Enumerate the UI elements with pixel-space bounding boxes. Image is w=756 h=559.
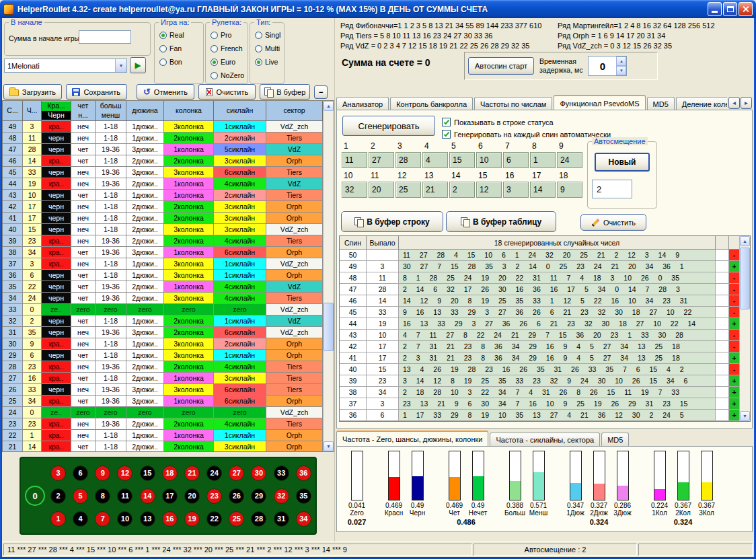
board-number[interactable]: 27	[229, 465, 244, 481]
freq-tab-1[interactable]: Частота - Zero, шансы, дюжины, колонки	[336, 431, 488, 446]
load-button[interactable]: Загрузить	[3, 84, 62, 100]
radio-bon[interactable]: Bon	[155, 55, 203, 69]
profile-combobox[interactable]: 1Melonati ▼	[4, 59, 127, 73]
scroll-down-icon[interactable]: ▼	[740, 411, 750, 421]
board-number[interactable]: 19	[184, 511, 200, 527]
delay-spinner[interactable]: 0 ▲ ▼	[588, 56, 627, 76]
tab-5[interactable]: MD5	[647, 97, 675, 110]
board-number[interactable]: 13	[140, 511, 155, 527]
board-number[interactable]: 6	[73, 465, 88, 481]
tab-6[interactable]: Деление колеса на	[676, 97, 727, 110]
board-number[interactable]: 2	[50, 488, 66, 504]
undo-button[interactable]: ↺Отменить	[137, 84, 195, 100]
bar-outline	[570, 451, 582, 500]
board-number[interactable]: 4	[73, 511, 88, 527]
autoshift-value-input[interactable]	[592, 180, 632, 198]
scrollbar-thumb[interactable]	[740, 248, 750, 309]
radio-french[interactable]: French	[206, 42, 248, 55]
radio-multi[interactable]: Multi	[250, 42, 284, 55]
board-number[interactable]: 23	[206, 488, 222, 504]
generate-each-spin-checkbox[interactable]: Генерировать на каждый спин автоматическ…	[442, 130, 611, 139]
board-number[interactable]: 35	[296, 488, 311, 504]
close-button[interactable]	[739, 2, 753, 16]
spins-scrollbar[interactable]: ▲ ▼	[739, 236, 750, 421]
spins-header: Спин Выпало 18 сгенерированных случайных…	[340, 236, 750, 250]
generated-numbers-cell: 11 27 28 4 15 10 6 1 24 32 20 25 21 2 12…	[399, 250, 716, 261]
tab-4[interactable]: Функционал PsevdoMS	[554, 95, 645, 110]
radio-pro[interactable]: Pro	[206, 28, 248, 42]
freq-tab-2[interactable]: Частота - сиклайны, сектора	[490, 433, 600, 446]
history-row: 309кра..неч1-181дюжи..3колонка2сиклайнOr…	[3, 338, 323, 350]
radio-euro[interactable]: Euro	[206, 55, 248, 69]
board-number[interactable]: 28	[251, 511, 266, 527]
board-number[interactable]: 9	[95, 465, 110, 481]
board-number[interactable]: 16	[162, 511, 178, 527]
radio-real[interactable]: Real	[155, 28, 203, 42]
board-number[interactable]: 8	[95, 488, 110, 504]
chevron-down-icon[interactable]: ▼	[115, 59, 126, 72]
history-scrollbar[interactable]: ▲ ▼	[323, 101, 334, 451]
clear-generated-button[interactable]: Очистить	[580, 214, 646, 231]
board-number[interactable]: 29	[251, 488, 266, 504]
board-number[interactable]: 10	[117, 511, 133, 527]
board-number[interactable]: 3	[50, 465, 66, 481]
board-number[interactable]: 24	[206, 465, 222, 481]
tab-scroll-left-icon[interactable]: ◄	[728, 97, 740, 109]
copy-row-button[interactable]: В буфер строку	[341, 211, 443, 232]
tab-1[interactable]: Анализатор	[336, 97, 389, 110]
collapse-button[interactable]: −	[314, 85, 328, 99]
start-sum-input[interactable]	[79, 30, 131, 44]
board-number[interactable]: 31	[274, 511, 289, 527]
orph-series: Ряд Orph = 1 6 9 14 17 20 31 34	[558, 31, 715, 41]
board-number[interactable]: 20	[184, 488, 200, 504]
board-number[interactable]: 15	[140, 465, 155, 481]
radio-fan[interactable]: Fan	[155, 42, 203, 55]
board-number[interactable]: 26	[229, 488, 244, 504]
board-number[interactable]: 25	[229, 511, 244, 527]
new-button[interactable]: Новый	[595, 153, 650, 172]
board-number[interactable]: 5	[73, 488, 88, 504]
save-button[interactable]: Сохранить	[66, 84, 127, 100]
board-number[interactable]: 21	[184, 465, 200, 481]
board-number[interactable]: 34	[296, 511, 311, 527]
copy-table-button[interactable]: В буфер таблицу	[446, 211, 556, 232]
radio-live[interactable]: Live	[250, 55, 284, 69]
board-number[interactable]: 32	[274, 488, 289, 504]
tab-3[interactable]: Частоты по числам	[474, 97, 552, 110]
freq-tab-3[interactable]: MD5	[601, 433, 629, 446]
board-number[interactable]: 36	[296, 465, 311, 481]
board-number[interactable]: 18	[162, 465, 178, 481]
spinner-down-icon[interactable]: ▼	[616, 66, 626, 75]
scroll-up-icon[interactable]: ▲	[740, 236, 750, 246]
sixline-cell: 2сиклайн	[214, 133, 266, 144]
spin-row: 461414 12 9 20 8 19 25 35 33 1 12 5 22 1…	[340, 295, 740, 307]
board-zero[interactable]: 0	[25, 486, 45, 506]
play-button[interactable]: ▶	[130, 57, 146, 73]
radio-singl[interactable]: Singl	[250, 28, 284, 42]
board-number[interactable]: 17	[162, 488, 178, 504]
clear-button[interactable]: Очистить	[198, 84, 256, 100]
board-number[interactable]: 12	[117, 465, 133, 481]
show-in-status-checkbox[interactable]: Показывать в строке статуса	[442, 118, 554, 126]
copy-to-buffer-button[interactable]: В буфер	[260, 84, 310, 100]
board-number[interactable]: 11	[117, 488, 133, 504]
spinner-up-icon[interactable]: ▲	[616, 57, 626, 66]
scrollbar-thumb[interactable]	[324, 303, 334, 351]
board-number[interactable]: 30	[251, 465, 266, 481]
tab-scroll-right-icon[interactable]: ►	[741, 97, 752, 109]
scroll-down-icon[interactable]: ▼	[324, 441, 334, 451]
maximize-button[interactable]	[723, 2, 737, 16]
minimize-button[interactable]	[708, 2, 722, 16]
autospin-button[interactable]: Автоспин старт	[468, 57, 534, 75]
board-number[interactable]: 1	[50, 511, 66, 527]
board-number[interactable]: 7	[95, 511, 110, 527]
board-number[interactable]: 33	[274, 465, 289, 481]
number-cell: 33	[23, 167, 42, 178]
board-number[interactable]: 14	[140, 488, 155, 504]
generate-button[interactable]: Сгенерировать	[342, 116, 435, 136]
scroll-up-icon[interactable]: ▲	[324, 101, 334, 111]
radio-nozero[interactable]: NoZero	[206, 69, 248, 82]
board-number[interactable]: 22	[206, 511, 222, 527]
tab-2[interactable]: Контроль банкролла	[390, 97, 473, 110]
spin-number-cell: 49	[340, 261, 367, 272]
